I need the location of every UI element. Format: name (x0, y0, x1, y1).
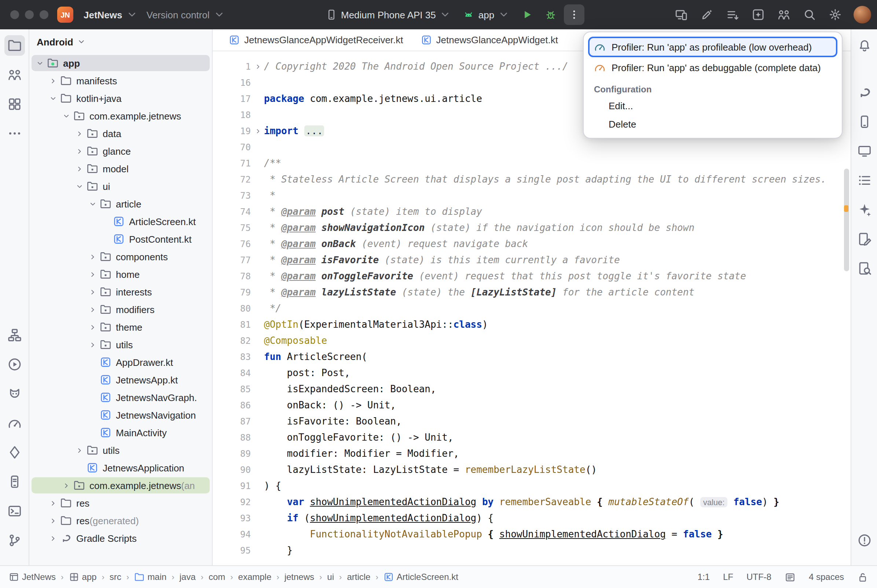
structure-tool-button[interactable] (854, 170, 874, 190)
fold-marker-icon[interactable] (252, 61, 264, 73)
breadcrumb-article[interactable]: article (347, 572, 370, 582)
debug-button[interactable] (540, 4, 561, 25)
tree-item-appdrawer-kt[interactable]: AppDrawer.kt (29, 353, 212, 371)
device-selector[interactable]: Medium Phone API 35 (321, 6, 456, 24)
tree-item-mainactivity[interactable]: MainActivity (29, 424, 212, 441)
chevron-right-icon[interactable] (60, 480, 72, 491)
popup-item-profiler-run-app-as-profile[interactable]: Profiler: Run 'app' as profileable (low … (588, 37, 837, 57)
ai-assistant-button[interactable] (697, 4, 717, 25)
chevron-right-icon[interactable] (87, 339, 98, 351)
zoom-window-button[interactable] (40, 10, 48, 19)
breadcrumb-app[interactable]: app (69, 572, 96, 582)
running-devices-tool-button[interactable] (854, 141, 874, 161)
find-tool-button[interactable] (854, 258, 874, 279)
chevron-right-icon[interactable] (73, 163, 85, 174)
tree-item-home[interactable]: home (29, 266, 212, 283)
gemini-tool-button[interactable] (854, 200, 874, 220)
plugins-button[interactable] (748, 4, 769, 25)
line-separator[interactable]: LF (723, 572, 733, 582)
editor-tab-jetnewsglanceappwidgetreceiver-kt[interactable]: JetnewsGlanceAppWidgetReceiver.kt (220, 29, 412, 51)
vcs-menu[interactable]: Version control (142, 6, 229, 24)
popup-action-delete[interactable]: Delete (588, 115, 837, 134)
tree-item-modifiers[interactable]: modifiers (29, 301, 212, 318)
file-encoding[interactable]: UTF-8 (747, 572, 771, 582)
chevron-down-icon[interactable] (47, 92, 58, 104)
popup-item-profiler-run-app-as-debugga[interactable]: Profiler: Run 'app' as debuggable (compl… (588, 57, 837, 78)
chevron-right-icon[interactable] (87, 321, 98, 333)
settings-button[interactable] (825, 4, 846, 25)
tree-item-jetnewsnavigation[interactable]: JetnewsNavigation (29, 406, 212, 424)
tree-item-postcontent-kt[interactable]: PostContent.kt (29, 230, 212, 248)
close-window-button[interactable] (10, 10, 19, 19)
chevron-down-icon[interactable] (34, 57, 45, 69)
fold-marker-icon[interactable] (252, 125, 264, 137)
chevron-right-icon[interactable] (87, 286, 98, 298)
tree-item-article[interactable]: article (29, 195, 212, 213)
minimize-window-button[interactable] (25, 10, 34, 19)
breadcrumb-main[interactable]: main (134, 572, 166, 582)
chevron-right-icon[interactable] (47, 75, 58, 87)
pull-requests-tool-button[interactable] (4, 64, 25, 85)
app-quality-insights-tool-button[interactable] (4, 442, 25, 463)
breadcrumb-jetnews[interactable]: jetnews (285, 572, 314, 582)
run-config-selector[interactable]: app (459, 6, 514, 24)
chevron-right-icon[interactable] (87, 268, 98, 280)
editor-tab-jetnewsglanceappwidget-kt[interactable]: JetnewsGlanceAppWidget.kt (412, 29, 567, 51)
tree-item-model[interactable]: model (29, 160, 212, 177)
search-everywhere-button[interactable] (799, 4, 820, 25)
tree-item-jetnewsapplication[interactable]: JetnewsApplication (29, 459, 212, 477)
todo-list-button[interactable] (722, 4, 743, 25)
tree-item-manifests[interactable]: manifests (29, 72, 212, 90)
project-menu[interactable]: JetNews (79, 6, 142, 24)
tree-item-com-example-jetnews[interactable]: com.example.jetnews (29, 107, 212, 124)
layout-inspector-tool-button[interactable] (854, 229, 874, 249)
tree-item-app[interactable]: app (29, 54, 212, 72)
mirror-device-button[interactable] (671, 4, 691, 25)
popup-action-edit[interactable]: Edit... (588, 97, 837, 115)
editor-scrollbar[interactable] (844, 169, 849, 271)
chevron-down-icon[interactable] (73, 180, 85, 192)
run-button[interactable] (517, 4, 538, 25)
run-tool-button[interactable] (4, 354, 25, 375)
breadcrumb-ui[interactable]: ui (327, 572, 334, 582)
project-tool-button[interactable] (4, 35, 25, 56)
user-avatar[interactable] (853, 6, 871, 24)
warning-stripe-marker[interactable] (844, 205, 849, 212)
tree-item-jetnewsapp-kt[interactable]: JetnewsApp.kt (29, 371, 212, 388)
breadcrumb-java[interactable]: java (180, 572, 196, 582)
problems-tool-button[interactable] (854, 530, 874, 550)
tree-item-gradle-scripts[interactable]: Gradle Scripts (29, 530, 212, 547)
tree-item-glance[interactable]: glance (29, 142, 212, 160)
breadcrumb-example[interactable]: example (238, 572, 272, 582)
chevron-down-icon[interactable] (60, 110, 72, 122)
chevron-right-icon[interactable] (87, 251, 98, 262)
caret-position[interactable]: 1:1 (698, 572, 710, 582)
breadcrumb-articlescreen-kt[interactable]: ArticleScreen.kt (384, 572, 458, 582)
tree-item-theme[interactable]: theme (29, 318, 212, 336)
gradle-tool-button[interactable] (854, 82, 874, 103)
profiler-tool-button[interactable] (4, 413, 25, 433)
tree-item-res[interactable]: res (29, 494, 212, 512)
chevron-down-icon[interactable] (87, 198, 98, 210)
tree-item-utils[interactable]: utils (29, 336, 212, 353)
device-explorer-tool-button[interactable] (4, 471, 25, 492)
tree-item-utils[interactable]: utils (29, 441, 212, 459)
tree-item-articlescreen-kt[interactable]: ArticleScreen.kt (29, 213, 212, 230)
chevron-right-icon[interactable] (47, 514, 58, 526)
chevron-right-icon[interactable] (73, 145, 85, 157)
terminal-tool-button[interactable] (4, 501, 25, 521)
chevron-right-icon[interactable] (47, 497, 58, 509)
breadcrumb-jetnews[interactable]: JetNews (9, 572, 56, 582)
tree-item-res[interactable]: res (generated) (29, 512, 212, 530)
chevron-right-icon[interactable] (87, 303, 98, 315)
project-view-selector[interactable]: Android (29, 29, 212, 54)
logcat-tool-button[interactable] (4, 384, 25, 404)
chevron-right-icon[interactable] (73, 444, 85, 456)
build-variants-tool-button[interactable] (4, 325, 25, 345)
breadcrumb-com[interactable]: com (208, 572, 225, 582)
chevron-right-icon[interactable] (73, 128, 85, 139)
version-control-tool-button[interactable] (4, 530, 25, 550)
device-manager-tool-button[interactable] (854, 111, 874, 132)
notifications-tool-button[interactable] (854, 35, 874, 56)
more-run-options-button[interactable] (564, 4, 585, 25)
